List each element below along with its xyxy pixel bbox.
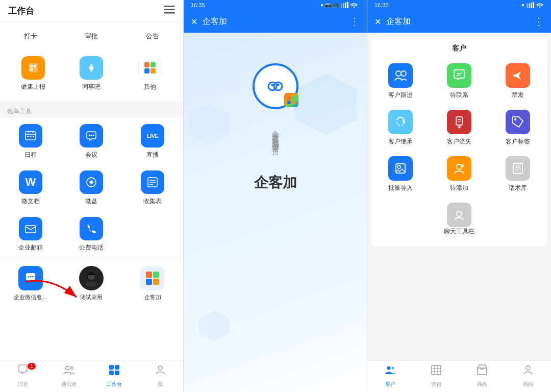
svg-point-30 [32,276,33,278]
svg-point-51 [274,82,282,90]
app-qikeplus[interactable]: 企客加 [122,262,183,305]
plus-badge [284,93,298,107]
tools-grid: 日程 会议 LIVE 直播 W 微文档 [0,118,183,257]
customer-item-liaotian[interactable]: 聊天工具栏 [371,198,547,241]
customer-item-piliang[interactable]: 批量导入 [371,151,430,198]
svg-rect-45 [341,4,342,8]
time-3: 16:35 [374,2,389,8]
more-btn-3[interactable]: ⋮ [534,15,544,28]
marketing-icon [430,364,442,379]
disk-label: 微盘 [85,197,97,206]
quick-item-gonggao[interactable]: 公告 [122,28,183,45]
tool-live[interactable]: LIVE 直播 [122,118,183,164]
nav3-customer[interactable]: 客户 [367,364,413,388]
customer-item-jicheng[interactable]: 客户继承 [371,105,430,151]
tool-phone[interactable]: 公费电话 [61,211,122,257]
svg-point-81 [457,211,462,216]
tool-email[interactable]: 企业邮箱 [0,211,61,257]
svg-rect-43 [115,371,119,375]
svg-point-52 [271,83,274,86]
app-tongshi[interactable]: 同事吧 [62,50,120,96]
customer-item-daitianjia[interactable]: 待添加 [430,151,489,198]
phone-label: 公费电话 [79,243,104,252]
customer-item-genjin[interactable]: 客户跟进 [371,58,430,105]
panel3-title: 企客加 [386,16,411,27]
app-jiankang[interactable]: 健康上报 [4,50,62,96]
mine-icon [522,364,534,379]
splash-inner: 企 业 微 信 私 域 运 营 平 台 企客加 [184,33,367,192]
customer-item-biaoqian[interactable]: 客户标签 [488,105,547,151]
quick-item-shenpi[interactable]: 审批 [61,28,122,45]
svg-point-44 [158,366,162,370]
nav3-mine[interactable]: 我的 [505,364,551,388]
customer-item-huashu[interactable]: 话术库 [488,151,547,198]
close-btn-2[interactable]: ✕ [191,17,197,27]
email-label: 企业邮箱 [18,243,43,252]
time-2: 16:35 [191,2,205,8]
doc-label: 微文档 [21,197,40,206]
nav-workbench-label: 工作台 [107,381,122,388]
nav-contacts[interactable]: 通讯录 [46,364,92,388]
svg-rect-34 [153,272,159,278]
vertical-description: 企 业 微 信 私 域 运 营 平 台 [269,125,282,142]
tool-form[interactable]: 收集表 [122,164,183,211]
qikeplus-label: 企客加 [144,293,161,301]
form-icon [141,170,164,194]
tool-disk[interactable]: 微盘 [61,164,122,211]
svg-rect-57 [292,101,295,104]
quick-item-daka[interactable]: 打卡 [0,28,61,45]
nav3-goods[interactable]: 商品 [459,364,505,388]
huashu-icon [506,156,530,181]
huashu-label: 话术库 [509,184,527,192]
more-btn-2[interactable]: ⋮ [349,15,360,28]
nav-contacts-label: 通讯录 [61,381,77,388]
svg-rect-47 [345,3,346,8]
contacts-icon [63,364,75,379]
svg-rect-48 [347,2,348,8]
app-weixin-service[interactable]: 企业微信服… [0,262,61,305]
nav-workbench[interactable]: 工作台 [92,364,138,388]
svg-rect-3 [29,63,38,72]
tool-schedule[interactable]: 日程 [0,118,61,164]
svg-rect-10 [151,68,156,74]
nav3-marketing[interactable]: 营销 [413,364,459,388]
app-test[interactable]: 测试应用 [61,262,122,305]
svg-point-49 [354,7,355,8]
svg-rect-77 [513,163,522,174]
tongshi-label: 同事吧 [82,83,101,91]
nav-messages[interactable]: 1 消息 [0,364,46,388]
customer-item-liushi[interactable]: 客户流失 [430,105,489,151]
customer-item-qunfa[interactable]: 群发 [488,58,547,105]
svg-rect-41 [115,365,119,370]
nav3-marketing-label: 营销 [431,381,441,388]
svg-rect-54 [287,96,291,100]
svg-rect-16 [30,136,31,137]
qikeplus-icon [140,266,165,290]
svg-point-18 [89,135,90,136]
svg-rect-33 [146,272,152,278]
customer-nav-icon [384,364,396,379]
meeting-label: 会议 [85,151,97,159]
section-tools-label: 效率工具 [0,102,183,118]
status-icons-3: ● [521,2,544,8]
svg-point-83 [392,367,394,370]
svg-rect-14 [32,131,34,133]
tool-meeting[interactable]: 会议 [61,118,122,164]
weixin-service-icon [18,266,43,290]
app-other[interactable]: 其他 [121,50,179,96]
svg-rect-40 [109,365,114,370]
liaotian-icon [447,203,471,227]
workbench-nav-icon [108,364,120,379]
svg-rect-17 [33,136,34,137]
tool-doc[interactable]: W 微文档 [0,164,61,211]
jicheng-label: 客户继承 [388,137,413,146]
test-app-icon [79,266,104,290]
liushi-icon [447,110,471,134]
menu-icon[interactable] [164,6,175,16]
piliang-icon [388,156,413,181]
quick-label-daka: 打卡 [24,32,37,41]
customer-item-dailianxi[interactable]: 待联系 [430,58,489,105]
genjin-label: 客户跟进 [388,91,413,100]
close-btn-3[interactable]: ✕ [374,17,381,27]
nav-me[interactable]: 我 [137,364,183,388]
